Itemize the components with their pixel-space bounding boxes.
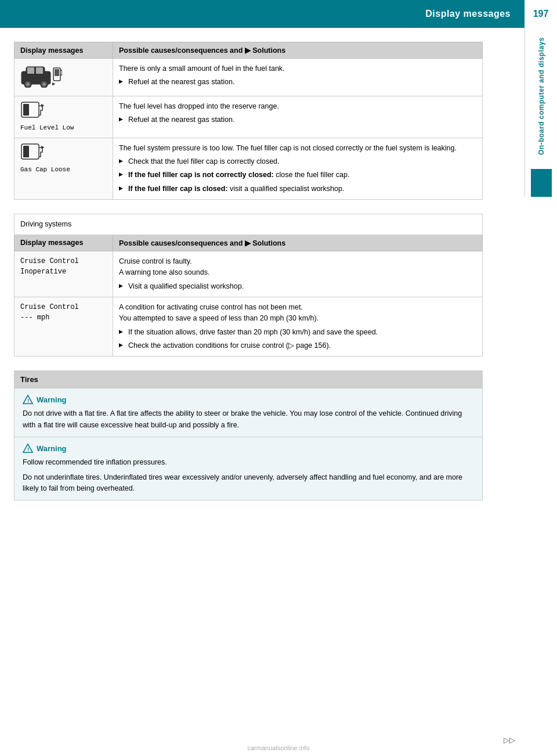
warning-block-1: ! Warning Do not drive with a flat tire.… [15,388,482,437]
table-row: ▶ Fuel Level Low The fuel level has drop… [15,96,483,138]
driving-table-header-row: Display messages Possible causes/consequ… [15,235,483,251]
driving-col1-header: Display messages [15,235,113,251]
cruise-inoperative-causes: Cruise control is faulty. A warning tone… [113,251,483,297]
warning-title-2: ! Warning [23,443,474,453]
fuel-table-col1-header: Display messages [15,42,113,59]
table-row: Cruise Control --- mph A condition for a… [15,297,483,357]
cruise-inop-bullet1: Visit a qualified specialist workshop. [119,281,476,292]
svg-rect-12 [23,104,29,116]
fuel-row1-icon: ▶ [15,59,113,96]
fuel-row2-bullet1: Refuel at the nearest gas station. [119,114,476,125]
svg-rect-9 [55,69,59,76]
page-number: 197 [525,0,557,28]
warning-block-2: ! Warning Follow recommended tire inflat… [15,437,482,500]
warning-label-2: Warning [37,444,67,453]
warning-icon-2: ! [23,443,33,453]
warning-text-1: Do not drive with a flat tire. A flat ti… [23,408,474,431]
cruise-mph-bullet2: Check the activation conditions for crui… [119,340,476,351]
tires-header: Tires [15,371,482,388]
fuel-table-col2-header: Possible causes/consequences and ▶ Solut… [113,42,483,59]
gas-cap-loose-label: Gas Cap Loose [20,165,70,175]
fuel-table: Display messages Possible causes/consequ… [14,42,483,200]
svg-text:!: ! [27,398,29,404]
footer-symbol: ▷▷ [504,736,515,744]
cruise-mph-text1: A condition for activating cruise contro… [119,303,303,311]
main-content: Display messages Possible causes/consequ… [0,28,525,524]
cruise-inop-text1: Cruise control is faulty. [119,257,192,265]
svg-rect-15 [23,146,29,157]
fuel-level-low-label: Fuel Level Low [20,123,74,133]
header-title: Display messages [425,9,511,19]
table-row: ▶ There is only a small amount of fuel i… [15,59,483,96]
fuel-row3-causes: The fuel system pressure is too low. The… [113,138,483,200]
driving-table: Driving systems Display messages Possibl… [14,214,483,357]
driving-section-header-row: Driving systems [15,214,483,235]
side-tab-label: On-board computer and displays [533,28,550,164]
car-fuel-svg: ▶ [20,63,62,88]
cruise-mph-causes: A condition for activating cruise contro… [113,297,483,357]
cruise-mph-text2: You attempted to save a speed of less th… [119,314,319,322]
warning-title-1: ! Warning [23,394,474,405]
fuel-row2-causes: The fuel level has dropped into the rese… [113,96,483,138]
fuel-row3-bullet1: Check that the fuel filler cap is correc… [119,156,476,167]
cruise-mph-label: Cruise Control --- mph [15,297,113,357]
fuel-row2-icon: ▶ Fuel Level Low [15,96,113,138]
fuel-row3-bullet2: If the fuel filler cap is not correctly … [119,170,476,181]
fuel-row3-text1: The fuel system pressure is too low. The… [119,144,457,152]
svg-point-7 [42,82,46,86]
warning-label-1: Warning [37,395,67,404]
table-row: Cruise Control Inoperative Cruise contro… [15,251,483,297]
driving-col2-header: Possible causes/consequences and ▶ Solut… [113,235,483,251]
svg-rect-2 [27,67,34,74]
fuel-row1-bullet1: Refuel at the nearest gas station. [119,77,476,88]
fuel-row3-icon: ▶ Gas Cap Loose [15,138,113,200]
side-tab: On-board computer and displays [525,28,557,197]
cruise-inoperative-label: Cruise Control Inoperative [15,251,113,297]
warning-text2-line1: Follow recommended tire inflation pressu… [23,457,474,468]
side-tab-block [531,169,552,197]
svg-text:!: ! [27,447,29,453]
table-row: ▶ Gas Cap Loose The fuel system pressure… [15,138,483,200]
watermark: carmanualsonline.info [247,744,309,751]
svg-text:▶: ▶ [52,81,56,87]
cruise-mph-bullet1: If the situation allows, drive faster th… [119,327,476,338]
fuel-row1-causes: There is only a small amount of fuel in … [113,59,483,96]
warning-text2-line2: Do not underinflate tires. Underinflated… [23,472,474,495]
fuel-level-svg: ▶ [20,101,49,121]
fuel-row2-text1: The fuel level has dropped into the rese… [119,102,279,110]
driving-section-title: Driving systems [15,214,483,235]
svg-text:▶: ▶ [41,103,45,109]
gas-cap-svg: ▶ [20,143,49,163]
header-bar: Display messages 197 [0,0,557,28]
fuel-row1-text1: There is only a small amount of fuel in … [119,64,285,73]
cruise-inop-text2: A warning tone also sounds. [119,268,209,276]
svg-rect-3 [36,67,43,74]
warning-icon-1: ! [23,394,33,405]
tires-section: Tires ! Warning Do not drive with a flat… [14,370,483,501]
svg-text:▶: ▶ [41,145,45,150]
fuel-row3-bullet3: If the fuel filler cap is closed: visit … [119,183,476,195]
svg-point-5 [26,82,30,86]
